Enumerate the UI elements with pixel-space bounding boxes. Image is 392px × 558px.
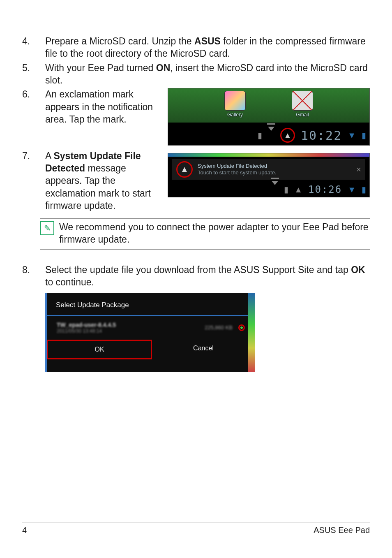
screenshot-update-notification: ▲ System Update File Detected Touch to s… [168, 153, 370, 197]
battery-icon: ▮ [362, 185, 366, 194]
app-icon-gallery: Gallery [222, 91, 248, 123]
notification-row[interactable]: ▲ System Update File Detected Touch to s… [172, 159, 365, 180]
system-bar: ▮ ▲ 10:22 ▼ ▮ [168, 125, 369, 145]
product-name: ASUS Eee Pad [314, 526, 370, 535]
note-box: ✎ We recommend you to connect the power … [40, 218, 370, 250]
text: With your Eee Pad turned [45, 63, 156, 73]
bold-text: ASUS [194, 36, 221, 46]
step-5-text: With your Eee Pad turned ON, insert the … [45, 62, 370, 87]
app-label: Gmail [289, 112, 316, 118]
clock: 10:26 [308, 184, 342, 195]
text: Prepare a MicroSD card. Unzip the [45, 36, 194, 46]
download-icon [268, 131, 274, 140]
wifi-icon: ▼ [348, 131, 356, 140]
step-4-number: 4. [22, 35, 45, 60]
color-edge [168, 153, 369, 157]
page-footer: 4 ASUS Eee Pad [22, 523, 370, 535]
screenshot-notification-area: Gallery Gmail ▮ ▲ 10:22 ▼ ▮ [168, 88, 370, 146]
package-size: 225,860 KB [205, 324, 233, 331]
page-number: 4 [22, 526, 27, 535]
alert-small-icon: ▲ [294, 185, 302, 194]
step-7-number: 7. [22, 150, 45, 212]
note-icon: ✎ [40, 221, 54, 235]
step-5-number: 5. [22, 62, 45, 87]
step-7: 7. A System Update File Detected message… [22, 150, 163, 212]
wifi-icon: ▼ [348, 185, 356, 194]
note-text: We recommend you to connect the power ad… [59, 221, 370, 246]
alert-icon[interactable]: ▲ [280, 128, 295, 143]
bold-text: ON [156, 63, 171, 73]
clock: 10:22 [301, 128, 342, 143]
cancel-button[interactable]: Cancel [152, 340, 255, 359]
step-6-number: 6. [22, 88, 45, 125]
app-icon-gmail: Gmail [289, 91, 316, 123]
step-5: 5. With your Eee Pad turned ON, insert t… [22, 62, 370, 87]
bold-text: OK [351, 264, 365, 275]
color-edge [248, 293, 255, 372]
gmail-icon [292, 91, 313, 111]
sdcard-icon: ▮ [258, 130, 262, 140]
text: Select the update file you download from… [45, 264, 351, 275]
package-date: 2011/05/30 13:48:14 [57, 328, 199, 334]
text: A [45, 150, 53, 161]
notification-subtitle: Touch to start the system update. [198, 169, 351, 176]
notification-title: System Update File Detected [198, 163, 351, 169]
step-8-number: 8. [22, 264, 45, 289]
radio-selected-icon[interactable] [238, 324, 245, 331]
ok-button[interactable]: OK [47, 340, 152, 359]
step-8: 8. Select the update file you download f… [22, 264, 370, 289]
battery-icon: ▮ [362, 130, 366, 140]
steps-6-7-block: 6. An exclamation mark appears in the no… [22, 88, 370, 213]
dialog-title: Select Update Package [47, 293, 255, 315]
system-bar: ▮ ▲ 10:26 ▼ ▮ [168, 182, 369, 197]
package-row[interactable]: TW_epad-user-8.4.4.5 2011/05/30 13:48:14… [47, 316, 255, 340]
package-name: TW_epad-user-8.4.4.5 [57, 322, 199, 328]
step-4-text: Prepare a MicroSD card. Unzip the ASUS f… [45, 35, 370, 60]
sdcard-icon: ▮ [284, 185, 288, 194]
step-8-text: Select the update file you download from… [45, 264, 370, 289]
step-7-text: A System Update File Detected message ap… [45, 150, 163, 212]
close-icon[interactable]: × [356, 165, 361, 174]
screenshot-select-package: Select Update Package TW_epad-user-8.4.4… [45, 293, 255, 372]
text: to continue. [45, 277, 94, 287]
step-6: 6. An exclamation mark appears in the no… [22, 88, 163, 125]
alert-icon[interactable]: ▲ [176, 161, 193, 178]
download-icon [272, 185, 278, 194]
step-4: 4. Prepare a MicroSD card. Unzip the ASU… [22, 35, 370, 60]
app-label: Gallery [222, 112, 248, 118]
gallery-icon [224, 91, 246, 111]
step-6-text: An exclamation mark appears in the notif… [45, 88, 163, 125]
